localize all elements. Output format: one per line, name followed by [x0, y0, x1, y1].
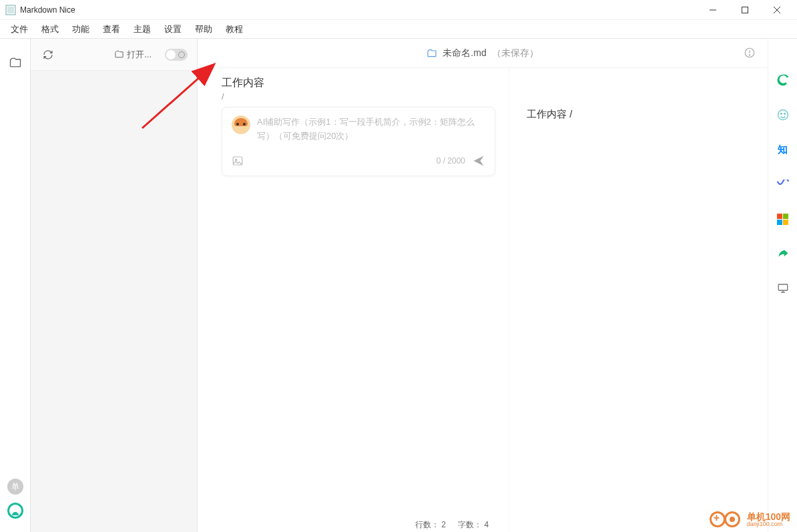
svg-point-13: [784, 113, 785, 115]
svg-rect-14: [778, 284, 788, 290]
ai-placeholder-text[interactable]: AI辅助写作（示例1：写一段手机简介，示例2：矩阵怎么写）（可免费提问20次）: [257, 115, 485, 144]
editor-slash: /: [222, 91, 495, 101]
juejin-icon[interactable]: [775, 176, 791, 192]
info-icon[interactable]: [744, 47, 756, 59]
content-area: 单 打开... 未命名.md （未保存）: [0, 39, 797, 532]
menubar: 文件 格式 功能 查看 主题 设置 帮助 教程: [0, 20, 797, 39]
chars-label: 字数：: [458, 520, 482, 529]
refresh-icon[interactable]: [40, 47, 56, 63]
editor-preview-split: 工作内容 / AI辅助写作（示例1：写一段手机简介，示例2：矩阵怎么写）（可免费…: [198, 68, 768, 532]
menu-help[interactable]: 帮助: [188, 21, 219, 38]
svg-rect-1: [7, 7, 14, 13]
preview-text: 工作内容 /: [527, 108, 750, 121]
editor-area: 未命名.md （未保存） 工作内容 / AI辅助写作（示例1：写一段手机简介，示…: [198, 39, 768, 532]
menu-settings[interactable]: 设置: [158, 21, 188, 38]
wechat-icon[interactable]: [775, 72, 791, 88]
ai-avatar-icon: [232, 115, 250, 134]
svg-point-12: [780, 113, 782, 115]
titlebar: Markdown Nice: [0, 0, 797, 20]
close-button[interactable]: [762, 1, 792, 19]
menu-file[interactable]: 文件: [4, 21, 35, 38]
rows-label: 行数：: [415, 520, 439, 529]
right-icon-bar: 知: [768, 39, 797, 532]
statusbar: 行数： 2 字数： 4: [395, 517, 509, 532]
menu-theme[interactable]: 主题: [127, 21, 158, 38]
folder-tab-icon[interactable]: [3, 51, 27, 75]
face-icon[interactable]: [775, 107, 791, 123]
chars-value: 4: [484, 520, 489, 529]
left-tab-strip: 单: [0, 39, 31, 532]
save-status: （未保存）: [492, 47, 539, 59]
share-icon[interactable]: [775, 246, 791, 262]
menu-format[interactable]: 格式: [35, 21, 65, 38]
file-toolbar: 打开...: [31, 39, 197, 71]
toggle-switch[interactable]: [165, 49, 188, 61]
file-header: 未命名.md （未保存）: [198, 39, 768, 68]
window-controls: [698, 1, 792, 19]
minimize-button[interactable]: [698, 1, 728, 19]
menu-function[interactable]: 功能: [65, 21, 96, 38]
open-label: 打开...: [127, 49, 152, 61]
svg-point-10: [236, 159, 237, 160]
monitor-icon[interactable]: [775, 280, 791, 296]
menu-view[interactable]: 查看: [96, 21, 127, 38]
editor-column[interactable]: 工作内容 / AI辅助写作（示例1：写一段手机简介，示例2：矩阵怎么写）（可免费…: [198, 68, 509, 532]
open-button[interactable]: 打开...: [114, 49, 152, 61]
folder-icon: [427, 48, 437, 59]
menu-tutorial[interactable]: 教程: [219, 21, 250, 38]
svg-point-8: [749, 55, 750, 55]
svg-rect-3: [742, 7, 748, 13]
ai-counter: 0 / 2000: [437, 156, 465, 166]
filename: 未命名.md: [443, 47, 486, 59]
left-ring-icon[interactable]: [7, 503, 23, 519]
svg-point-11: [778, 110, 788, 120]
file-panel: 打开...: [31, 39, 198, 532]
maximize-button[interactable]: [730, 1, 760, 19]
app-icon: [5, 5, 16, 15]
app-title: Markdown Nice: [20, 5, 75, 15]
rows-value: 2: [441, 520, 446, 529]
zhihu-icon[interactable]: 知: [775, 142, 791, 158]
left-badge[interactable]: 单: [7, 479, 23, 495]
preview-column: 工作内容 /: [509, 68, 768, 532]
image-icon[interactable]: [232, 155, 244, 167]
microsoft-icon[interactable]: [775, 211, 791, 227]
send-icon[interactable]: [472, 154, 485, 168]
editor-title: 工作内容: [222, 76, 495, 90]
ai-assist-card: AI辅助写作（示例1：写一段手机简介，示例2：矩阵怎么写）（可免费提问20次） …: [222, 107, 495, 176]
